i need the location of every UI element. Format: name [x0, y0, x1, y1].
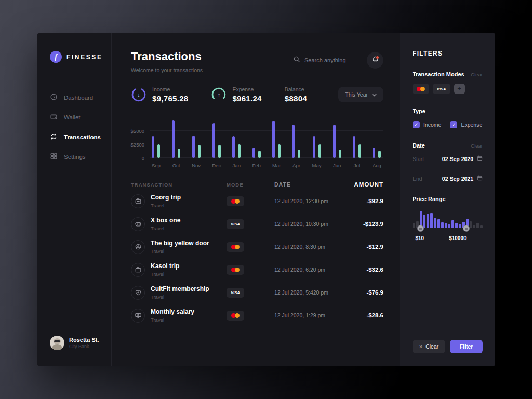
y-tick-label: 0	[142, 155, 144, 161]
income-bar	[292, 125, 295, 158]
chart-month-group: Dec	[212, 118, 221, 168]
table-row[interactable]: The big yellow doorTravel12 Jul 2020, 8:…	[131, 235, 383, 258]
month-label: Feb	[252, 163, 260, 168]
date-label: Date	[413, 142, 425, 149]
price-range-label: Price Range	[413, 196, 483, 202]
date-clear-link[interactable]: Clear	[471, 143, 483, 149]
date-end-field[interactable]: End 02 Sep 2021	[413, 175, 483, 182]
notifications-button[interactable]	[367, 52, 383, 69]
app-window: f FINESSE Dashboard Wallet Transcations …	[37, 33, 495, 366]
checkbox-label: Expense	[461, 122, 482, 128]
page-title: Transactions	[131, 50, 203, 63]
transaction-amount: -$123.9	[353, 221, 383, 227]
table-row[interactable]: X box oneTravelVISA12 Jul 2020, 10:30 pm…	[131, 212, 383, 235]
chart-month-group: Mar	[272, 118, 281, 168]
start-value: 02 Sep 2020	[442, 156, 473, 162]
stat-value: $961.24	[232, 94, 261, 103]
histogram-bar	[476, 223, 479, 228]
transaction-category: Travel	[151, 225, 180, 231]
table-row[interactable]: CultFit membershipTravelVISA12 Jul 2020,…	[131, 281, 383, 304]
user-profile[interactable]: Rosetta St. City Bank	[50, 336, 106, 350]
search-box[interactable]	[293, 56, 361, 65]
income-checkbox[interactable]: ✓ Income	[413, 121, 441, 128]
start-label: Start	[413, 156, 424, 162]
histogram-bar	[473, 225, 475, 228]
filter-actions: × Clear Filter	[413, 340, 483, 353]
add-mode-chip[interactable]: +	[454, 84, 465, 94]
mode-badge	[227, 242, 244, 252]
transaction-date: 12 Jul 2020, 8:30 pm	[274, 244, 353, 250]
main-content: Transactions Welcome to your transaction…	[112, 33, 400, 366]
chart-month-group: May	[312, 118, 322, 168]
transaction-name: The big yellow door	[151, 240, 209, 247]
mastercard-icon	[231, 268, 240, 272]
month-label: May	[312, 163, 322, 168]
range-handle-max[interactable]	[463, 225, 470, 232]
chevron-down-icon	[372, 91, 377, 98]
month-label: Oct	[172, 163, 180, 168]
chart-month-group: Oct	[172, 118, 180, 168]
suitcase-icon	[131, 194, 145, 208]
stat-value: $9,765.28	[152, 94, 188, 103]
expense-checkbox[interactable]: ✓ Expense	[450, 121, 482, 128]
transaction-category: Travel	[151, 248, 209, 254]
filter-button-label: Filter	[460, 343, 473, 350]
price-max-label: $10000	[449, 235, 466, 241]
wheel-icon	[131, 240, 145, 254]
table-row[interactable]: Monthly salaryTravel12 Jul 2020, 1:29 pm…	[131, 304, 383, 327]
sidebar-item-transactions[interactable]: Transcations	[50, 132, 106, 141]
chart-month-group: Apr	[292, 118, 300, 168]
expense-bar	[157, 144, 160, 158]
date-start-field[interactable]: Start 02 Sep 2020	[413, 155, 483, 168]
search-icon	[293, 56, 300, 65]
search-input[interactable]	[304, 57, 361, 63]
expense-bar	[178, 149, 180, 158]
transaction-category: Travel	[151, 317, 194, 323]
finesse-logo-icon: f	[50, 51, 62, 63]
mastercard-icon	[231, 199, 240, 204]
main-header: Transactions Welcome to your transaction…	[131, 50, 383, 73]
visa-icon: VISA	[437, 87, 446, 91]
modes-clear-link[interactable]: Clear	[471, 72, 483, 77]
sidebar-item-label: Wallet	[64, 114, 81, 121]
sidebar-item-wallet[interactable]: Wallet	[50, 113, 106, 122]
clear-button[interactable]: × Clear	[413, 340, 445, 353]
col-date: DATE	[274, 181, 353, 188]
mode-badge	[227, 311, 244, 321]
transaction-amount: -$12.9	[353, 244, 383, 250]
chart-month-group: Feb	[252, 118, 260, 168]
user-name: Rosetta St.	[69, 337, 99, 343]
filter-button[interactable]: Filter	[450, 340, 483, 353]
histogram-bar	[441, 222, 444, 228]
range-handle-min[interactable]	[417, 225, 424, 232]
clock-icon	[50, 93, 58, 102]
checkbox-checked-icon: ✓	[450, 121, 457, 128]
table-row[interactable]: Kasol tripTravel12 Jul 2020, 6:20 pm-$32…	[131, 258, 383, 281]
income-bar	[333, 125, 336, 158]
transaction-name: Monthly salary	[151, 308, 194, 315]
visa-chip[interactable]: VISA	[433, 84, 450, 94]
histogram-bar	[437, 219, 440, 228]
table-body: Coorg tripTravel12 Jul 2020, 12:30 pm-$9…	[131, 190, 383, 327]
histogram-bar	[427, 214, 429, 228]
calendar-icon	[477, 155, 483, 162]
income-bar	[252, 148, 255, 158]
table-row[interactable]: Coorg tripTravel12 Jul 2020, 12:30 pm-$9…	[131, 190, 383, 212]
income-bar	[272, 121, 275, 158]
notification-dot	[376, 56, 379, 59]
sidebar-item-settings[interactable]: Settings	[50, 152, 106, 161]
mode-badge: VISA	[227, 288, 244, 298]
brand-name: FINESSE	[66, 54, 103, 61]
expense-bar	[298, 150, 300, 158]
expense-bar	[278, 144, 281, 158]
mastercard-chip[interactable]	[413, 84, 429, 94]
stat-label: Expense	[232, 86, 261, 92]
stat-label: Income	[152, 86, 188, 92]
histogram-bar	[430, 213, 433, 228]
transaction-date: 12 Jul 2020, 1:29 pm	[274, 312, 353, 318]
period-label: This Year	[345, 91, 368, 98]
period-selector[interactable]: This Year	[338, 87, 383, 102]
sidebar-item-dashboard[interactable]: Dashboard	[50, 93, 106, 102]
transaction-name: Coorg trip	[151, 194, 181, 201]
transaction-amount: -$28.6	[353, 312, 383, 318]
